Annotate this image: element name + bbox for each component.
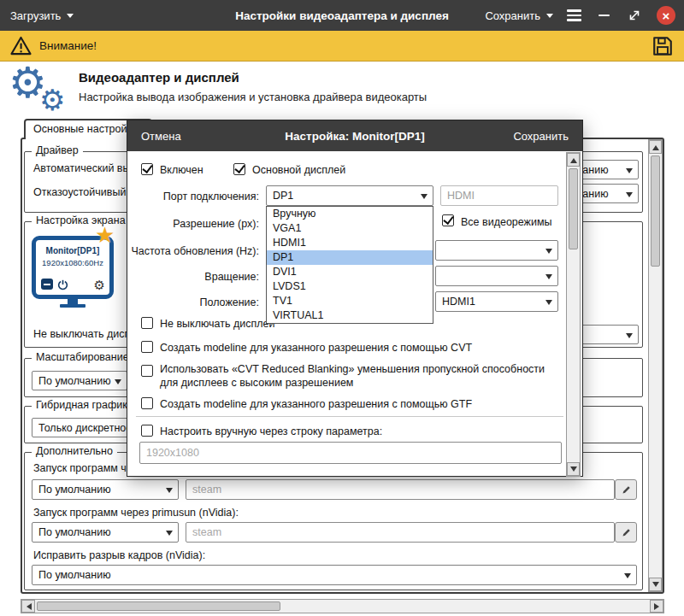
- manual-mode-label: Настроить вручную через строку параметра…: [160, 425, 382, 437]
- vertical-scrollbar-thumb[interactable]: [651, 155, 660, 267]
- enabled-label: Включен: [160, 164, 203, 176]
- menu-icon[interactable]: [567, 9, 581, 21]
- monitor-stand-base: [60, 304, 86, 308]
- keep-on-checkbox[interactable]: [141, 317, 153, 329]
- video-adapter-gear-icon-small: ⚙: [39, 85, 65, 114]
- monitor-settings-gear-icon[interactable]: ⚙: [94, 279, 105, 292]
- titlebar: Загрузить Настройки видеоадаптера и дисп…: [0, 0, 684, 31]
- gtf-checkbox[interactable]: [141, 397, 153, 409]
- reduced-blanking-checkbox[interactable]: [141, 365, 153, 377]
- minimize-icon: [598, 15, 610, 17]
- dialog-cancel-button[interactable]: Отмена: [141, 130, 181, 143]
- titlebar-controls: Сохранить ×: [485, 0, 675, 31]
- port-options-list: Вручную VGA1 HDMI1 DP1 DVI1 LVDS1 TV1 VI…: [266, 206, 433, 324]
- gtf-label: Создать modeline для указанного разрешен…: [160, 398, 472, 410]
- refresh-rate-label: Частота обновления (Hz):: [131, 245, 259, 257]
- primary-display-star-icon: ★: [95, 224, 115, 246]
- scroll-down-button[interactable]: [649, 578, 662, 591]
- maximize-icon: [628, 9, 641, 22]
- save-file-button[interactable]: [652, 35, 674, 57]
- pencil-icon: [621, 527, 632, 538]
- primus-edit-button[interactable]: [615, 522, 637, 543]
- reduced-blanking-label: Использовать «CVT Reduced Blanking» умен…: [160, 362, 563, 390]
- load-menu-label: Загрузить: [10, 9, 61, 22]
- horizontal-scrollbar[interactable]: [21, 599, 664, 613]
- keep-on-label: Не выключать дисплей: [160, 318, 275, 330]
- rotation-select[interactable]: [435, 266, 558, 286]
- port-alt-input[interactable]: HDMI: [440, 185, 558, 206]
- dialog-header: Отмена Настройка: Monitor[DP1] Сохранить: [127, 120, 582, 151]
- cvt-label: Создать modeline для указанного разрешен…: [160, 342, 472, 354]
- scroll-up-button[interactable]: [649, 140, 662, 154]
- dialog-scroll-up-button[interactable]: [567, 153, 580, 167]
- optirun-edit-button[interactable]: [615, 479, 637, 500]
- failsafe-driver-label: Отказоустойчивый др: [33, 186, 141, 198]
- enabled-checkbox[interactable]: [141, 163, 153, 175]
- save-menu-label: Сохранить: [485, 9, 540, 22]
- port-option[interactable]: Вручную: [267, 207, 433, 221]
- page-title: Видеоадаптер и дисплей: [79, 70, 239, 85]
- page-subtitle: Настройка вывода изображения и установка…: [79, 91, 427, 103]
- maximize-button[interactable]: [626, 5, 643, 26]
- divider: [136, 416, 563, 417]
- auto-driver-label: Автоматический выб: [33, 162, 137, 174]
- vertical-scrollbar[interactable]: [648, 139, 663, 592]
- optirun-mode-select[interactable]: По умолчанию: [32, 479, 179, 500]
- scroll-right-button[interactable]: [650, 600, 663, 613]
- dialog-scroll-down-button[interactable]: [567, 462, 580, 476]
- warning-bar: Внимание!: [0, 31, 684, 62]
- primus-command-input[interactable]: [186, 522, 615, 543]
- port-option-selected[interactable]: DP1: [267, 250, 433, 265]
- port-option[interactable]: TV1: [267, 294, 433, 308]
- warning-text: Внимание!: [39, 39, 97, 52]
- driver-group-legend: Драйвер: [32, 144, 83, 156]
- optirun-command-input[interactable]: [186, 479, 615, 500]
- power-icon[interactable]: [57, 279, 68, 290]
- refresh-rate-select[interactable]: [435, 240, 558, 261]
- manual-mode-checkbox[interactable]: [141, 425, 153, 437]
- resolution-label: Разрешение (px):: [131, 218, 259, 230]
- load-menu-button[interactable]: Загрузить: [0, 0, 84, 31]
- position-select[interactable]: HDMI1: [435, 291, 558, 312]
- dialog-scrollbar-thumb[interactable]: [569, 168, 578, 249]
- chevron-down-icon: [67, 14, 74, 21]
- port-option[interactable]: VIRTUAL1: [267, 308, 433, 323]
- tearing-select[interactable]: По умолчанию: [32, 565, 637, 585]
- floppy-disk-icon: [652, 35, 674, 57]
- all-modes-label: Все видеорежимы: [461, 216, 552, 228]
- port-select[interactable]: DP1: [266, 185, 433, 206]
- primary-display-label: Основной дисплей: [252, 164, 345, 176]
- save-menu-button[interactable]: Сохранить: [485, 0, 553, 31]
- cvt-checkbox[interactable]: [141, 341, 153, 353]
- horizontal-scrollbar-thumb[interactable]: [37, 601, 280, 611]
- primus-mode-select[interactable]: По умолчанию: [32, 522, 179, 543]
- extra-group-legend: Дополнительно: [32, 445, 117, 457]
- monitor-disable-icon[interactable]: [41, 279, 53, 290]
- monitor-settings-dialog: Отмена Настройка: Monitor[DP1] Сохранить…: [127, 120, 583, 477]
- tearing-label: Исправить разрыв кадров (nVidia):: [33, 549, 205, 561]
- rotation-label: Вращение:: [131, 271, 259, 283]
- warning-icon: [10, 36, 32, 56]
- pencil-icon: [621, 484, 632, 496]
- scaling-select[interactable]: По умолчанию: [32, 371, 127, 390]
- port-option[interactable]: HDMI1: [267, 236, 433, 250]
- primus-label: Запуск программ через primusun (nVidia):: [33, 507, 239, 519]
- app-window: Загрузить Настройки видеоадаптера и дисп…: [0, 0, 684, 616]
- all-modes-checkbox[interactable]: [442, 214, 454, 226]
- monitor-mode: 1920x1080:60Hz: [36, 258, 109, 267]
- dialog-save-button[interactable]: Сохранить: [513, 130, 569, 143]
- close-button[interactable]: ×: [657, 6, 675, 25]
- minimize-button[interactable]: [595, 5, 612, 26]
- scroll-left-button[interactable]: [21, 600, 35, 613]
- port-option[interactable]: LVDS1: [267, 279, 433, 294]
- chevron-down-icon: [546, 14, 553, 21]
- manual-mode-input[interactable]: [139, 442, 562, 464]
- hybrid-group-legend: Гибридная графика: [32, 399, 138, 411]
- screen-group-legend: Настройка экрана: [32, 214, 130, 226]
- primary-display-checkbox[interactable]: [233, 163, 245, 175]
- dialog-scrollbar[interactable]: [566, 152, 581, 477]
- position-label: Положение:: [131, 296, 259, 308]
- port-option[interactable]: DVI1: [267, 265, 433, 279]
- port-option[interactable]: VGA1: [267, 221, 433, 236]
- port-label: Порт подключения:: [131, 191, 259, 202]
